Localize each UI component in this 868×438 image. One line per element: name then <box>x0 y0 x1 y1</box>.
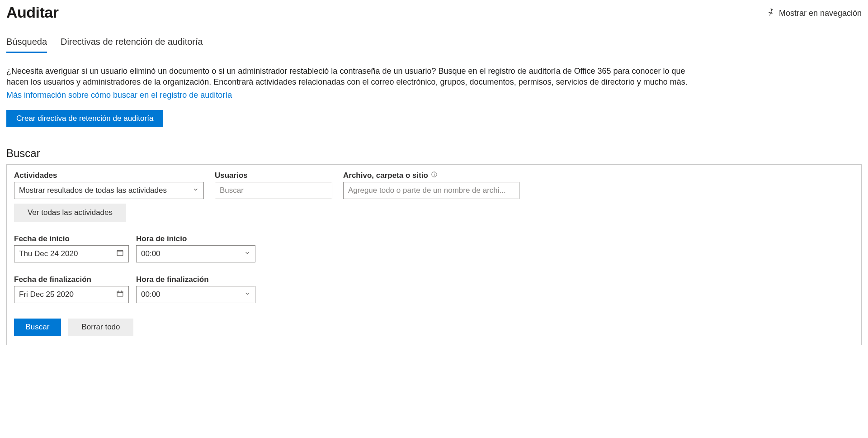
end-time-dropdown[interactable]: 00:00 <box>136 286 255 303</box>
start-date-label: Fecha de inicio <box>14 234 129 243</box>
end-date-label: Fecha de finalización <box>14 275 129 284</box>
svg-point-2 <box>434 172 434 173</box>
activities-label: Actividades <box>14 171 204 180</box>
tabs: Búsqueda Directivas de retención de audi… <box>6 34 862 53</box>
file-input[interactable]: Agregue todo o parte de un nombre de arc… <box>343 182 519 199</box>
file-label-text: Archivo, carpeta o sitio <box>343 171 428 180</box>
learn-more-link[interactable]: Más información sobre cómo buscar en el … <box>6 90 232 100</box>
file-label: Archivo, carpeta o sitio <box>343 171 519 180</box>
start-time-label: Hora de inicio <box>136 234 255 243</box>
end-time-label: Hora de finalización <box>136 275 255 284</box>
end-date-input[interactable]: Fri Dec 25 2020 <box>14 286 129 303</box>
show-in-navigation-label: Mostrar en navegación <box>779 9 862 18</box>
users-label: Usuarios <box>215 171 332 180</box>
page-description: ¿Necesita averiguar si un usuario elimin… <box>6 66 693 88</box>
file-placeholder: Agregue todo o parte de un nombre de arc… <box>348 186 506 195</box>
end-date-value: Fri Dec 25 2020 <box>19 290 74 299</box>
activities-dropdown[interactable]: Mostrar resultados de todas las activida… <box>14 182 204 199</box>
page-title: Auditar <box>6 4 59 21</box>
search-button[interactable]: Buscar <box>14 319 61 336</box>
calendar-icon <box>116 290 124 300</box>
search-form: Actividades Mostrar resultados de todas … <box>6 164 862 345</box>
end-time-value: 00:00 <box>141 290 160 299</box>
clear-all-button[interactable]: Borrar todo <box>68 319 133 336</box>
start-time-value: 00:00 <box>141 249 160 258</box>
view-all-activities-button[interactable]: Ver todas las actividades <box>14 204 126 222</box>
search-heading: Buscar <box>6 147 862 160</box>
activities-value: Mostrar resultados de todas las activida… <box>19 186 167 195</box>
start-date-input[interactable]: Thu Dec 24 2020 <box>14 245 129 262</box>
create-retention-policy-button[interactable]: Crear directiva de retención de auditorí… <box>6 110 163 127</box>
svg-rect-3 <box>117 250 123 255</box>
chevron-down-icon <box>193 186 199 195</box>
chevron-down-icon <box>244 249 250 258</box>
chevron-down-icon <box>244 290 250 299</box>
calendar-icon <box>116 249 124 259</box>
start-date-value: Thu Dec 24 2020 <box>19 249 78 258</box>
pin-icon <box>766 8 774 19</box>
tab-retention-policies[interactable]: Directivas de retención de auditoría <box>61 34 203 53</box>
show-in-navigation-button[interactable]: Mostrar en navegación <box>766 4 862 19</box>
info-icon[interactable] <box>431 171 438 180</box>
users-input[interactable] <box>215 182 332 199</box>
svg-rect-7 <box>117 291 123 296</box>
start-time-dropdown[interactable]: 00:00 <box>136 245 255 262</box>
tab-search[interactable]: Búsqueda <box>6 34 47 53</box>
